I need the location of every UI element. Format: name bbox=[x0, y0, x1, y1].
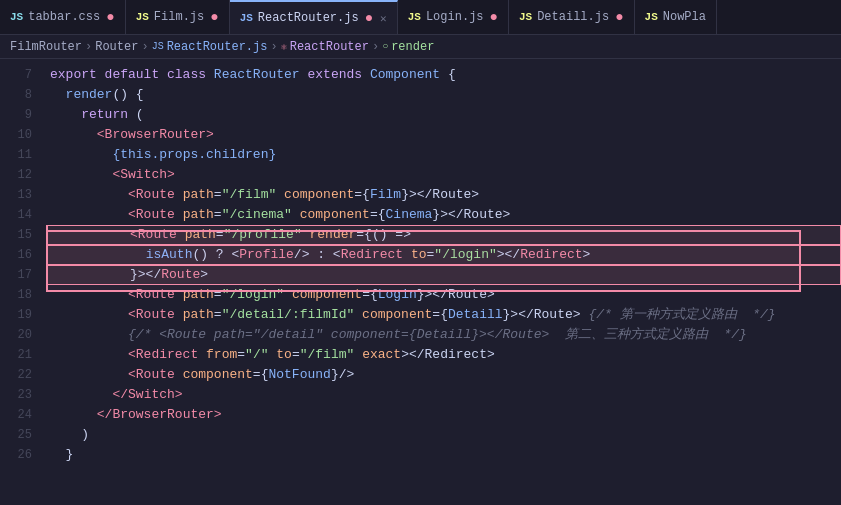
tab-detaill-js[interactable]: JS Detaill.js ● bbox=[509, 0, 635, 34]
code-line: export default class ReactRouter extends… bbox=[46, 65, 841, 85]
js-file-icon: JS bbox=[152, 41, 164, 52]
code-line: <Redirect from="/" to="/film" exact></Re… bbox=[46, 345, 841, 365]
code-line: <Route path="/cinema" component={Cinema}… bbox=[46, 205, 841, 225]
line-numbers: 7891011121314151617181920212223242526 bbox=[0, 59, 40, 505]
code-line: return ( bbox=[46, 105, 841, 125]
breadcrumb-method: render bbox=[391, 40, 434, 54]
js-icon: JS bbox=[408, 11, 421, 23]
render-icon: ○ bbox=[382, 41, 388, 52]
tab-nowpla-js[interactable]: JS NowPla bbox=[635, 0, 717, 34]
breadcrumb-router: Router bbox=[95, 40, 138, 54]
js-icon: JS bbox=[519, 11, 532, 23]
js-icon: JS bbox=[645, 11, 658, 23]
tab-login-js[interactable]: JS Login.js ● bbox=[398, 0, 509, 34]
tab-modified-indicator: ● bbox=[365, 10, 373, 26]
jsx-icon: JS bbox=[240, 12, 253, 24]
tab-modified-indicator: ● bbox=[210, 9, 218, 25]
tab-label: tabbar.css bbox=[28, 10, 100, 24]
code-line: </Switch> bbox=[46, 385, 841, 405]
code-line: }></Route> bbox=[46, 265, 841, 285]
code-editor[interactable]: 7891011121314151617181920212223242526 ex… bbox=[0, 59, 841, 505]
code-line: <Route path="/login" component={Login}><… bbox=[46, 285, 841, 305]
code-line: <Route path="/detail/:filmId" component=… bbox=[46, 305, 841, 325]
code-line: {this.props.children} bbox=[46, 145, 841, 165]
tab-label: Film.js bbox=[154, 10, 204, 24]
tab-label: NowPla bbox=[663, 10, 706, 24]
code-line: {/* <Route path="/detail" component={Det… bbox=[46, 325, 841, 345]
code-line: isAuth() ? <Profile/> : <Redirect to="/l… bbox=[46, 245, 841, 265]
tab-tabbar-css[interactable]: JS tabbar.css ● bbox=[0, 0, 126, 34]
tab-close-button[interactable]: ✕ bbox=[380, 12, 387, 25]
code-line: <Route path="/profile" render={() => bbox=[46, 225, 841, 245]
code-line: <Route path="/film" component={Film}></R… bbox=[46, 185, 841, 205]
tab-modified-indicator: ● bbox=[106, 9, 114, 25]
js-icon: JS bbox=[136, 11, 149, 23]
tab-bar: JS tabbar.css ● JS Film.js ● JS ReactRou… bbox=[0, 0, 841, 35]
tab-label: Login.js bbox=[426, 10, 484, 24]
breadcrumb: FilmRouter › Router › JS ReactRouter.js … bbox=[0, 35, 841, 59]
code-line: <Route component={NotFound}/> bbox=[46, 365, 841, 385]
tab-reactrouter-js[interactable]: JS ReactRouter.js ● ✕ bbox=[230, 0, 398, 34]
breadcrumb-filmrouter: FilmRouter bbox=[10, 40, 82, 54]
component-icon: ⚛ bbox=[281, 41, 287, 53]
tab-film-js[interactable]: JS Film.js ● bbox=[126, 0, 230, 34]
code-line: <Switch> bbox=[46, 165, 841, 185]
breadcrumb-component: ReactRouter bbox=[290, 40, 369, 54]
tab-label: Detaill.js bbox=[537, 10, 609, 24]
code-line: <BrowserRouter> bbox=[46, 125, 841, 145]
tab-label: ReactRouter.js bbox=[258, 11, 359, 25]
tab-modified-indicator: ● bbox=[490, 9, 498, 25]
code-content[interactable]: export default class ReactRouter extends… bbox=[40, 59, 841, 505]
breadcrumb-file: ReactRouter.js bbox=[167, 40, 268, 54]
code-line: render() { bbox=[46, 85, 841, 105]
css-icon: JS bbox=[10, 11, 23, 23]
code-line: } bbox=[46, 445, 841, 465]
code-line: ) bbox=[46, 425, 841, 445]
code-line: </BrowserRouter> bbox=[46, 405, 841, 425]
tab-modified-indicator: ● bbox=[615, 9, 623, 25]
